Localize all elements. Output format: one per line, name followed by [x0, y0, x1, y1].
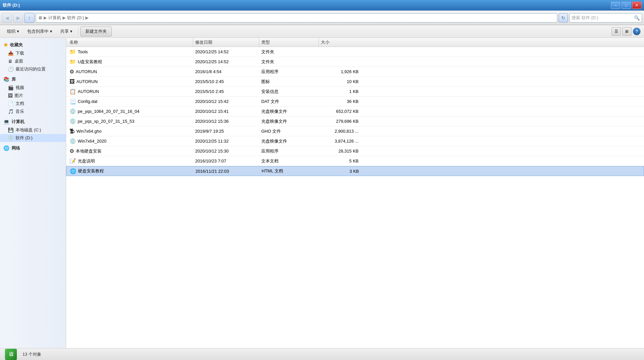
- file-list: 📁 Tools 2020/12/25 14:52 文件夹 📁 U盘安装教程 20…: [66, 47, 644, 348]
- sidebar-item-recent[interactable]: 🕐 最近访问的位置: [0, 65, 66, 73]
- breadcrumb-drive[interactable]: 软件 (D:): [67, 15, 84, 21]
- sidebar-item-desktop[interactable]: 🖥 桌面: [0, 57, 66, 65]
- sidebar-header-network[interactable]: 🌐 网络: [0, 144, 66, 153]
- file-name-cell: 🌐 硬盘安装教程: [68, 168, 193, 174]
- table-row[interactable]: 📁 U盘安装教程 2020/12/25 14:52 文件夹: [66, 57, 644, 67]
- sidebar-item-drive-c[interactable]: 💾 本地磁盘 (C:): [0, 126, 66, 134]
- forward-button[interactable]: ▶: [13, 13, 23, 23]
- file-size-cell: 279,696 KB: [319, 119, 365, 124]
- file-type-cell: GHO 文件: [259, 128, 319, 134]
- search-bar[interactable]: 搜索 软件 (D:) 🔍: [569, 13, 642, 22]
- breadcrumb-computer[interactable]: 计算机: [48, 15, 61, 21]
- file-modified-cell: 2016/10/23 7:07: [193, 158, 259, 163]
- file-name: pe_yqs_1064_20_07_31_16_04: [78, 109, 140, 114]
- file-size: 279,696 KB: [336, 119, 359, 124]
- col-header-modified[interactable]: 修改日期: [193, 38, 259, 47]
- toolbar-separator: [78, 27, 78, 35]
- sidebar-header-favorites[interactable]: ★ 收藏夹: [0, 40, 66, 49]
- help-button[interactable]: ?: [633, 27, 641, 35]
- address-bar[interactable]: 🖥 ▶ 计算机 ▶ 软件 (D:) ▶: [36, 13, 557, 22]
- organize-button[interactable]: 组织 ▾: [3, 26, 23, 36]
- view-details-button[interactable]: ⊞: [622, 27, 631, 36]
- sidebar-item-downloads[interactable]: 📥 下载: [0, 49, 66, 57]
- file-name-cell: 📁 Tools: [67, 49, 193, 55]
- file-name: Config.dat: [78, 99, 97, 104]
- computer-icon: 💻: [3, 119, 10, 125]
- table-row[interactable]: 💿 pe_yqs_1064_20_07_31_16_04 2020/10/12 …: [66, 107, 644, 116]
- documents-icon: 📄: [8, 101, 14, 106]
- table-row[interactable]: 📝 光盘说明 2016/10/23 7:07 文本文档 5 KB: [66, 156, 644, 166]
- file-modified-cell: 2015/5/10 2:45: [193, 79, 259, 84]
- minimize-button[interactable]: ─: [611, 2, 620, 9]
- include-library-button[interactable]: 包含到库中 ▾: [23, 26, 56, 36]
- sidebar-item-music[interactable]: 🎵 音乐: [0, 108, 66, 115]
- table-row[interactable]: 🗜 Win7x64.gho 2019/9/7 19:25 GHO 文件 2,90…: [66, 126, 644, 136]
- search-placeholder: 搜索 软件 (D:): [572, 15, 598, 21]
- sidebar-header-library[interactable]: 📚 库: [0, 75, 66, 84]
- share-button[interactable]: 共享 ▾: [57, 26, 76, 36]
- back-button[interactable]: ◀: [2, 13, 12, 23]
- network-label: 网络: [12, 145, 20, 151]
- file-name: 本地硬盘安装: [76, 148, 102, 154]
- file-size-cell: 1 KB: [319, 89, 365, 94]
- file-icon: 🌐: [70, 168, 76, 174]
- col-header-name[interactable]: 名称: [67, 38, 193, 47]
- table-row[interactable]: ⚙ AUTORUN 2016/1/8 4:54 应用程序 1,926 KB: [66, 67, 644, 77]
- sidebar-header-computer[interactable]: 💻 计算机: [0, 117, 66, 126]
- include-arrow-icon: ▾: [50, 29, 52, 34]
- table-row[interactable]: 📁 Tools 2020/12/25 14:52 文件夹: [66, 47, 644, 57]
- downloads-label: 下载: [16, 50, 24, 56]
- table-row[interactable]: 🌐 硬盘安装教程 2016/11/21 22:03 HTML 文档 3 KB: [66, 166, 644, 176]
- table-row[interactable]: ⚙ 本地硬盘安装 2020/10/12 15:30 应用程序 28,315 KB: [66, 146, 644, 156]
- desktop-icon: 🖥: [8, 59, 13, 64]
- table-row[interactable]: 📃 Config.dat 2020/10/12 15:42 DAT 文件 36 …: [66, 97, 644, 107]
- file-type-cell: 光盘映像文件: [259, 109, 319, 114]
- file-size: 652,072 KB: [336, 109, 359, 114]
- file-modified: 2016/10/23 7:07: [195, 158, 226, 163]
- file-name: AUTORUN: [76, 69, 97, 74]
- search-icon: 🔍: [634, 15, 640, 21]
- file-size: 2,900,813 ...: [335, 129, 359, 134]
- sidebar-section-favorites: ★ 收藏夹 📥 下载 🖥 桌面 🕐 最近访问的位置: [0, 40, 66, 73]
- view-toggle-button[interactable]: ☰: [612, 27, 621, 36]
- file-name: AUTORUN: [76, 79, 98, 84]
- file-modified: 2020/10/12 15:41: [195, 109, 229, 114]
- favorites-label: 收藏夹: [10, 42, 23, 48]
- status-count: 13 个对象: [22, 351, 41, 357]
- file-icon: 💿: [69, 138, 76, 144]
- new-folder-label: 新建文件夹: [85, 29, 107, 34]
- sidebar-item-documents[interactable]: 📄 文档: [0, 100, 66, 108]
- file-icon: 📁: [69, 59, 76, 65]
- up-button[interactable]: ↑: [24, 13, 34, 23]
- file-modified-cell: 2020/12/25 14:52: [193, 49, 259, 54]
- file-modified-cell: 2020/12/25 14:52: [193, 59, 259, 64]
- music-icon: 🎵: [8, 109, 14, 114]
- sidebar-item-pictures[interactable]: 🖼 图片: [0, 92, 66, 100]
- video-label: 视频: [16, 85, 24, 91]
- file-type: 光盘映像文件: [261, 138, 287, 144]
- sidebar-item-video[interactable]: 🎬 视频: [0, 84, 66, 92]
- close-button[interactable]: ✕: [632, 2, 641, 9]
- table-row[interactable]: 🖼 AUTORUN 2015/5/10 2:45 图标 10 KB: [66, 77, 644, 87]
- table-row[interactable]: 📋 AUTORUN 2015/5/10 2:45 安装信息 1 KB: [66, 87, 644, 97]
- recent-icon: 🕐: [8, 67, 14, 72]
- file-size: 28,315 KB: [338, 149, 359, 154]
- col-header-size[interactable]: 大小: [319, 38, 365, 47]
- table-row[interactable]: 💿 pe_yqs_xp_20_07_31_15_53 2020/10/12 15…: [66, 116, 644, 126]
- file-name: AUTORUN: [78, 89, 99, 94]
- file-icon: 🖼: [69, 79, 75, 85]
- table-row[interactable]: 💿 Win7x64_2020 2020/12/25 11:32 光盘映像文件 3…: [66, 136, 644, 146]
- refresh-button[interactable]: ↻: [559, 13, 568, 22]
- file-modified: 2020/12/25 14:52: [195, 49, 229, 54]
- file-type: 应用程序: [261, 69, 279, 75]
- documents-label: 文档: [16, 101, 24, 107]
- col-header-type[interactable]: 类型: [259, 38, 319, 47]
- file-name-cell: 💿 pe_yqs_xp_20_07_31_15_53: [67, 118, 193, 124]
- new-folder-button[interactable]: 新建文件夹: [80, 26, 112, 36]
- sidebar-item-drive-d[interactable]: 💿 软件 (D:): [0, 134, 66, 142]
- file-size-cell: 1,926 KB: [319, 69, 365, 74]
- file-size-cell: 10 KB: [319, 79, 365, 84]
- network-folder-icon: 🌐: [3, 145, 10, 151]
- file-icon: ⚙: [69, 148, 74, 154]
- maximize-button[interactable]: □: [622, 2, 631, 9]
